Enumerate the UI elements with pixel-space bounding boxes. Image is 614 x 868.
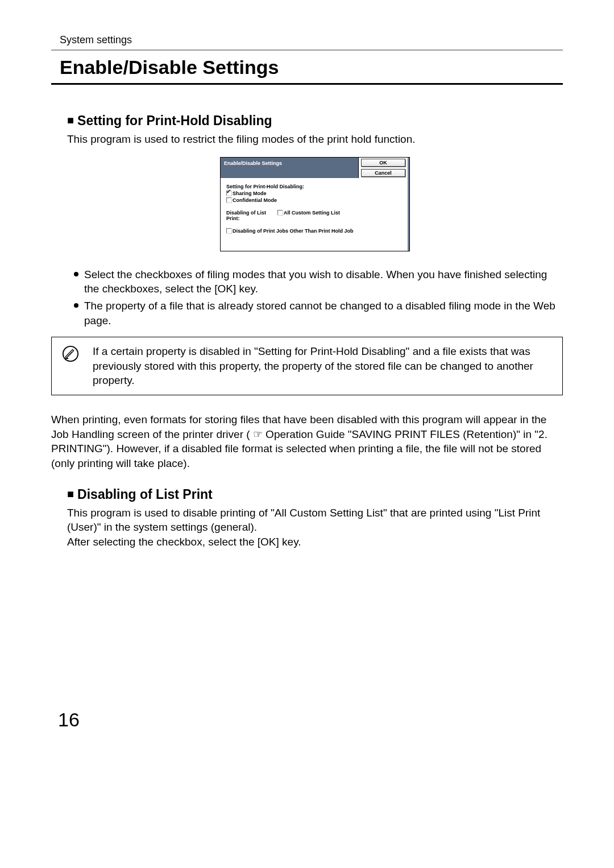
option-sharing-mode: Sharing Mode xyxy=(233,191,267,196)
divider-thin xyxy=(51,49,563,51)
section-intro: This program is used to restrict the fil… xyxy=(67,132,563,147)
section-heading-list-print: ■Disabling of List Print xyxy=(67,487,563,502)
divider-thick xyxy=(51,83,563,85)
pointing-hand-icon: ☞ xyxy=(253,428,263,440)
settings-dialog: Enable/Disable Settings OK Cancel Settin… xyxy=(220,157,410,251)
bullet-item: Select the checkboxes of filing modes th… xyxy=(74,267,563,296)
note-text: If a certain property is disabled in "Se… xyxy=(93,344,552,388)
page-number: 16 xyxy=(58,709,563,731)
group-label-list-print-2: Print: xyxy=(226,216,277,221)
ok-button[interactable]: OK xyxy=(361,159,405,167)
dialog-title: Enable/Disable Settings xyxy=(221,158,359,178)
section-list-print-text: This program is used to disable printing… xyxy=(67,506,563,549)
breadcrumb: System settings xyxy=(60,34,563,46)
checkbox-sharing-mode[interactable] xyxy=(226,191,231,196)
note-box: If a certain property is disabled in "Se… xyxy=(51,337,563,395)
square-bullet-icon: ■ xyxy=(67,114,74,127)
bullet-item: The property of a file that is already s… xyxy=(74,299,563,328)
checkbox-confidential-mode[interactable] xyxy=(226,197,231,202)
checkbox-all-custom-setting-list[interactable] xyxy=(277,210,283,215)
option-confidential-mode: Confidential Mode xyxy=(233,197,277,203)
section-heading-text: Disabling of List Print xyxy=(77,487,213,502)
note-pencil-icon xyxy=(62,345,79,362)
checkbox-disable-other-jobs[interactable] xyxy=(226,228,231,233)
group-label-print-hold: Setting for Print-Hold Disabling: xyxy=(226,184,402,189)
group-label-list-print-1: Disabling of List xyxy=(226,210,277,216)
page-title: Enable/Disable Settings xyxy=(60,56,563,78)
option-all-custom-setting-list: All Custom Setting List xyxy=(284,210,340,216)
paragraph-after-note: When printing, even formats for storing … xyxy=(51,412,563,471)
cancel-button[interactable]: Cancel xyxy=(361,169,405,177)
option-disable-other-jobs: Disabling of Print Jobs Other Than Print… xyxy=(233,228,354,234)
section-heading-print-hold: ■Setting for Print-Hold Disabling xyxy=(67,113,563,129)
square-bullet-icon: ■ xyxy=(67,487,74,501)
section-heading-text: Setting for Print-Hold Disabling xyxy=(77,113,272,128)
